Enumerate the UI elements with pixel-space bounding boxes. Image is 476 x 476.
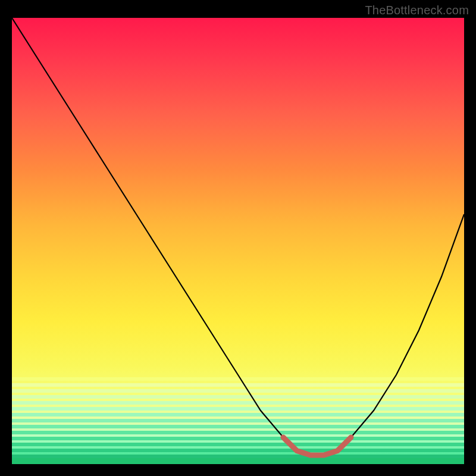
optimal-range-highlight xyxy=(283,437,351,455)
plot-area xyxy=(12,18,464,464)
chart-stage: TheBottleneck.com xyxy=(0,0,476,476)
watermark-text: TheBottleneck.com xyxy=(365,4,469,17)
curve-svg xyxy=(12,18,464,464)
bottleneck-curve xyxy=(12,18,464,455)
